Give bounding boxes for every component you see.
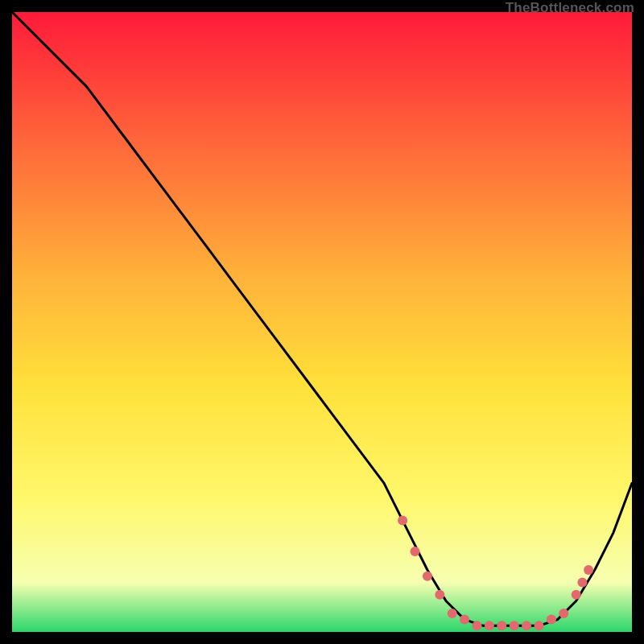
dot <box>535 621 544 630</box>
dot <box>423 572 432 581</box>
dot <box>485 621 494 630</box>
bottleneck-chart <box>12 12 632 632</box>
dot <box>448 609 457 618</box>
dot <box>522 621 531 630</box>
dot <box>497 621 506 630</box>
dot <box>572 590 581 600</box>
dot <box>473 621 482 630</box>
dot <box>398 515 407 525</box>
dot <box>411 547 420 556</box>
dot <box>510 621 519 630</box>
dot <box>577 577 587 587</box>
gradient-backdrop <box>12 12 632 632</box>
dot <box>435 590 444 600</box>
dot <box>547 615 556 625</box>
chart-stage: TheBottleneck.com <box>0 0 644 644</box>
dot <box>559 609 568 618</box>
dot <box>584 565 593 575</box>
dot <box>460 615 469 625</box>
